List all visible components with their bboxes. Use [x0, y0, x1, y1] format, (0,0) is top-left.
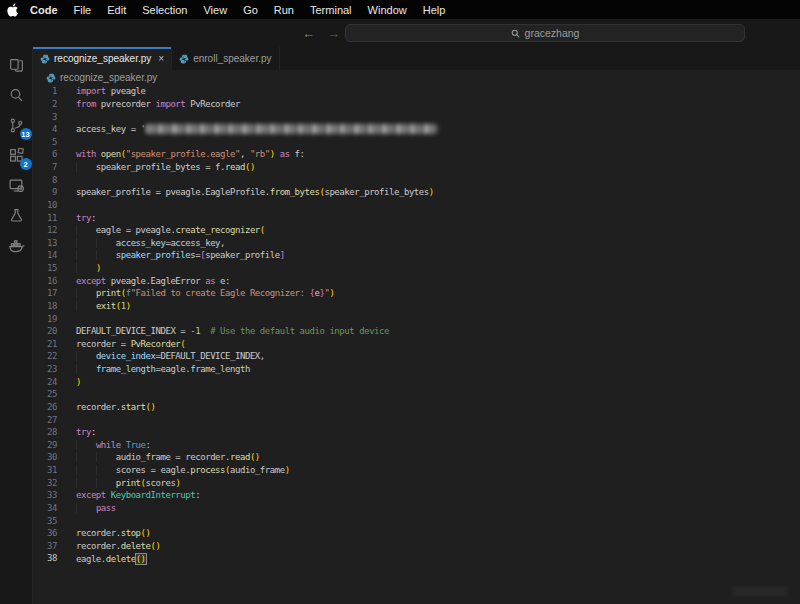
line-number[interactable]: 31 [33, 465, 57, 475]
code-line[interactable]: 21recorder = PvRecorder( [33, 338, 800, 351]
code-line[interactable]: 38eagle.delete() [33, 552, 800, 565]
code-line[interactable]: 37recorder.delete() [33, 540, 800, 553]
code-line[interactable]: 7 speaker_profile_bytes = f.read() [33, 161, 800, 174]
line-number[interactable]: 22 [33, 351, 57, 361]
line-number[interactable]: 37 [33, 541, 57, 551]
code-line[interactable]: 20DEFAULT_DEVICE_INDEX = -1 # Use the de… [33, 325, 800, 338]
tab-close-icon[interactable]: × [158, 53, 164, 64]
code-line[interactable]: 3 [33, 110, 800, 123]
line-number[interactable]: 30 [33, 452, 57, 462]
code-line[interactable]: 19 [33, 312, 800, 325]
line-number[interactable]: 13 [33, 238, 57, 248]
code-line[interactable]: 26recorder.start() [33, 401, 800, 414]
code-line[interactable]: 30 audio_frame = recorder.read() [33, 451, 800, 464]
line-number[interactable]: 7 [33, 162, 57, 172]
line-number[interactable]: 34 [33, 503, 57, 513]
line-number[interactable]: 38 [33, 553, 57, 563]
code-line[interactable]: 8 [33, 173, 800, 186]
line-number[interactable]: 25 [33, 389, 57, 399]
line-number[interactable]: 18 [33, 301, 57, 311]
line-number[interactable]: 5 [33, 137, 57, 147]
line-number[interactable]: 23 [33, 364, 57, 374]
line-number[interactable]: 14 [33, 250, 57, 260]
menu-app-name[interactable]: Code [22, 4, 66, 16]
code-line[interactable]: 18 exit(1) [33, 300, 800, 313]
testing-icon[interactable] [5, 204, 28, 227]
nav-forward-icon[interactable]: → [327, 26, 340, 41]
code-line[interactable]: 6with open("speaker_profile.eagle", "rb"… [33, 148, 800, 161]
command-center-search[interactable]: gracezhang [345, 24, 745, 42]
code-line[interactable]: 17 print(f"Failed to create Eagle Recogn… [33, 287, 800, 300]
search-icon[interactable] [5, 84, 28, 107]
code-line[interactable]: 14 speaker_profiles=[speaker_profile] [33, 249, 800, 262]
line-number[interactable]: 35 [33, 516, 57, 526]
line-number[interactable]: 2 [33, 99, 57, 109]
apple-menu-icon[interactable] [4, 3, 22, 17]
menu-item-go[interactable]: Go [235, 4, 266, 16]
menu-item-terminal[interactable]: Terminal [302, 4, 360, 16]
tab-recognize_speaker.py[interactable]: recognize_speaker.py× [33, 47, 172, 70]
line-number[interactable]: 10 [33, 200, 57, 210]
editor[interactable]: 1import pveagle2from pvrecorder import P… [33, 85, 800, 604]
code-line[interactable]: 12 eagle = pveagle.create_recognizer( [33, 224, 800, 237]
tab-enroll_speaker.py[interactable]: enroll_speaker.py [172, 47, 279, 70]
code-line[interactable]: 5 [33, 136, 800, 149]
code-line[interactable]: 15 ) [33, 262, 800, 275]
line-number[interactable]: 21 [33, 339, 57, 349]
code-line[interactable]: 11try: [33, 211, 800, 224]
line-number[interactable]: 15 [33, 263, 57, 273]
code-line[interactable]: 23 frame_length=eagle.frame_length [33, 363, 800, 376]
code-line[interactable]: 1import pveagle [33, 85, 800, 98]
line-number[interactable]: 20 [33, 326, 57, 336]
menu-item-selection[interactable]: Selection [134, 4, 195, 16]
menu-item-file[interactable]: File [66, 4, 100, 16]
code-line[interactable]: 29 while True: [33, 439, 800, 452]
code-line[interactable]: 28try: [33, 426, 800, 439]
line-number[interactable]: 3 [33, 112, 57, 122]
menu-item-edit[interactable]: Edit [99, 4, 134, 16]
code-line[interactable]: 31 scores = eagle.process(audio_frame) [33, 464, 800, 477]
docker-icon[interactable] [5, 234, 28, 257]
breadcrumb[interactable]: recognize_speaker.py [33, 70, 800, 85]
line-number[interactable]: 26 [33, 402, 57, 412]
code-line[interactable]: 2from pvrecorder import PvRecorder [33, 98, 800, 111]
code-line[interactable]: 24) [33, 375, 800, 388]
code-line[interactable]: 4access_key = ' [33, 123, 800, 136]
line-number[interactable]: 4 [33, 124, 57, 134]
code-line[interactable]: 32 print(scores) [33, 476, 800, 489]
line-number[interactable]: 1 [33, 86, 57, 96]
line-number[interactable]: 17 [33, 288, 57, 298]
code-line[interactable]: 33except KeyboardInterrupt: [33, 489, 800, 502]
code-line[interactable]: 27 [33, 413, 800, 426]
line-number[interactable]: 33 [33, 490, 57, 500]
code-line[interactable]: 25 [33, 388, 800, 401]
code-line[interactable]: 22 device_index=DEFAULT_DEVICE_INDEX, [33, 350, 800, 363]
menu-item-help[interactable]: Help [415, 4, 454, 16]
code-line[interactable]: 16except pveagle.EagleError as e: [33, 274, 800, 287]
line-number[interactable]: 9 [33, 187, 57, 197]
code-line[interactable]: 35 [33, 514, 800, 527]
line-number[interactable]: 16 [33, 276, 57, 286]
line-number[interactable]: 27 [33, 415, 57, 425]
line-number[interactable]: 11 [33, 213, 57, 223]
extensions-icon[interactable]: 2 [5, 144, 28, 167]
line-number[interactable]: 19 [33, 314, 57, 324]
line-number[interactable]: 6 [33, 149, 57, 159]
code-line[interactable]: 10 [33, 199, 800, 212]
menu-item-window[interactable]: Window [360, 4, 415, 16]
code-line[interactable]: 9speaker_profile = pveagle.EagleProfile.… [33, 186, 800, 199]
line-number[interactable]: 32 [33, 478, 57, 488]
explorer-icon[interactable] [5, 54, 28, 77]
line-number[interactable]: 28 [33, 427, 57, 437]
remote-explorer-icon[interactable] [5, 174, 28, 197]
code-line[interactable]: 13 access_key=access_key, [33, 237, 800, 250]
line-number[interactable]: 29 [33, 440, 57, 450]
code-line[interactable]: 36recorder.stop() [33, 527, 800, 540]
code-line[interactable]: 34 pass [33, 502, 800, 515]
menu-item-run[interactable]: Run [266, 4, 302, 16]
line-number[interactable]: 24 [33, 377, 57, 387]
menu-item-view[interactable]: View [195, 4, 235, 16]
line-number[interactable]: 12 [33, 225, 57, 235]
line-number[interactable]: 36 [33, 528, 57, 538]
line-number[interactable]: 8 [33, 175, 57, 185]
